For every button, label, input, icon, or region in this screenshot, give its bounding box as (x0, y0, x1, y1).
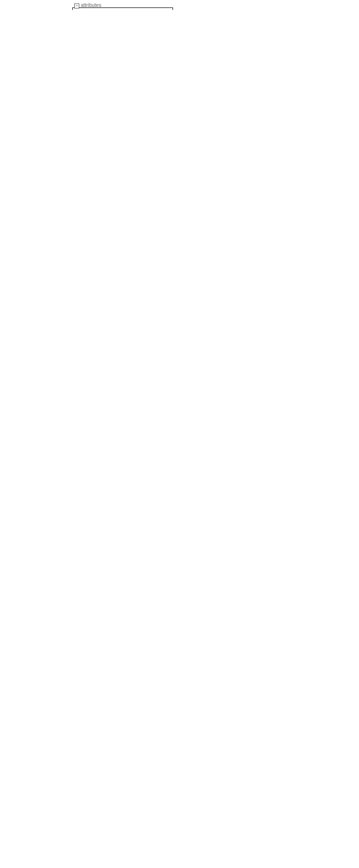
minus-icon[interactable]: − (74, 3, 79, 8)
attributes-label: attributes (81, 2, 101, 8)
attributes-label-box: −attributes (72, 2, 102, 8)
